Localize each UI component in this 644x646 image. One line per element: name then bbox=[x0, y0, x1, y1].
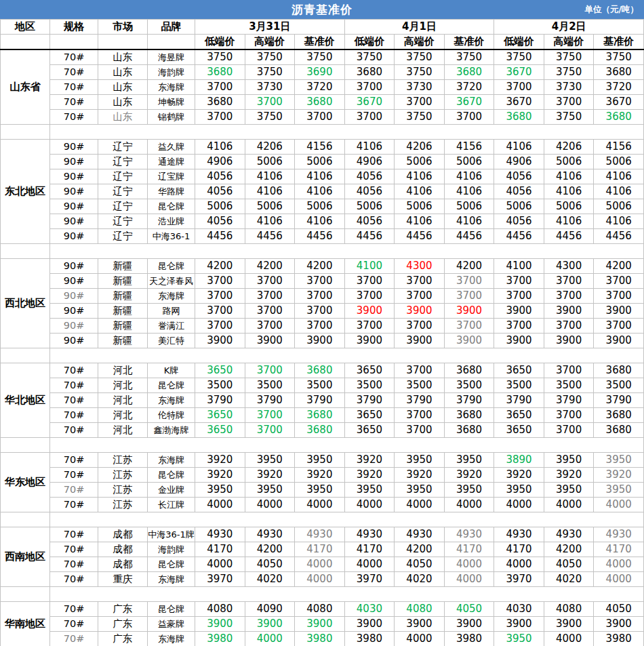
region-label: 华南地区 bbox=[1, 602, 50, 646]
price-cell: 3500 bbox=[444, 378, 494, 393]
separator-cell bbox=[1, 512, 50, 527]
price-cell: 4156 bbox=[295, 140, 345, 155]
table-row: 70#重庆东海牌39704020400039704020400039704020… bbox=[1, 572, 644, 587]
price-cell: 4056 bbox=[344, 214, 395, 229]
price-cell: 4300 bbox=[544, 259, 594, 274]
spec-cell: 70# bbox=[50, 49, 98, 65]
price-cell: 3700 bbox=[395, 423, 445, 438]
table-row: 70#河北昆仑牌35003500350035003500350035003500… bbox=[1, 378, 644, 393]
table-row: 70#江苏昆仑牌39203920392039203920392039203920… bbox=[1, 468, 644, 483]
price-cell: 3750 bbox=[395, 65, 445, 80]
price-cell: 3750 bbox=[344, 49, 395, 65]
price-cell: 4050 bbox=[395, 557, 445, 572]
price-cell: 5006 bbox=[195, 199, 245, 214]
price-cell: 3700 bbox=[395, 408, 445, 423]
price-cell: 4170 bbox=[594, 542, 644, 557]
price-cell: 3700 bbox=[594, 274, 644, 289]
price-cell: 3650 bbox=[344, 408, 395, 423]
header-row-main: 地区 规格 市场 品牌 3月31日 4月1日 4月2日 bbox=[1, 20, 644, 35]
price-cell: 3950 bbox=[295, 453, 345, 468]
price-cell: 4456 bbox=[444, 229, 494, 244]
price-cell: 3700 bbox=[544, 319, 594, 334]
header-row-sub: 低端价 高端价 基准价 低端价 高端价 基准价 低端价 高端价 基准价 bbox=[1, 35, 644, 50]
price-cell: 3700 bbox=[195, 319, 245, 334]
price-cell: 3950 bbox=[395, 453, 445, 468]
brand-cell: 昆仑牌 bbox=[148, 602, 195, 617]
price-cell: 3650 bbox=[195, 423, 245, 438]
price-cell: 5006 bbox=[295, 199, 345, 214]
price-cell: 4106 bbox=[444, 184, 494, 199]
price-cell: 3900 bbox=[344, 334, 395, 348]
spec-cell: 90# bbox=[50, 169, 98, 184]
price-cell: 4456 bbox=[494, 229, 544, 244]
price-cell: 3700 bbox=[245, 289, 295, 304]
price-cell: 3700 bbox=[544, 274, 594, 289]
price-cell: 4106 bbox=[444, 214, 494, 229]
separator-cell bbox=[1, 438, 50, 453]
spec-cell: 90# bbox=[50, 304, 98, 319]
price-cell: 4030 bbox=[344, 602, 395, 617]
price-cell: 4106 bbox=[245, 184, 295, 199]
separator-cell bbox=[50, 438, 644, 453]
price-cell: 3900 bbox=[295, 334, 345, 348]
group-separator bbox=[1, 438, 644, 453]
region-label: 东北地区 bbox=[1, 140, 50, 244]
price-cell: 3700 bbox=[195, 80, 245, 95]
price-cell: 3950 bbox=[195, 483, 245, 498]
spec-cell: 90# bbox=[50, 214, 98, 229]
price-cell: 3790 bbox=[395, 393, 445, 408]
brand-cell: 长江牌 bbox=[148, 498, 195, 512]
price-cell: 3680 bbox=[195, 95, 245, 110]
market-cell: 辽宁 bbox=[98, 169, 148, 184]
market-cell: 新疆 bbox=[98, 319, 148, 334]
price-cell: 4930 bbox=[594, 527, 644, 542]
market-cell: 山东 bbox=[98, 80, 148, 95]
price-cell: 3680 bbox=[444, 363, 494, 378]
price-type-header: 低端价 bbox=[344, 35, 395, 50]
brand-cell: 东海牌 bbox=[148, 393, 195, 408]
table-row: 东北地区90#辽宁益久牌4106420641564106420641564106… bbox=[1, 140, 644, 155]
price-cell: 3890 bbox=[494, 453, 544, 468]
price-cell: 4000 bbox=[444, 557, 494, 572]
price-cell: 3700 bbox=[395, 319, 445, 334]
price-cell: 3700 bbox=[594, 319, 644, 334]
price-cell: 5006 bbox=[444, 199, 494, 214]
price-cell: 3750 bbox=[594, 49, 644, 65]
price-cell: 4906 bbox=[494, 155, 544, 169]
brand-cell: 华路牌 bbox=[148, 184, 195, 199]
price-cell: 4030 bbox=[494, 602, 544, 617]
price-cell: 3700 bbox=[295, 289, 345, 304]
price-cell: 3700 bbox=[295, 110, 345, 125]
price-cell: 3950 bbox=[494, 483, 544, 498]
market-cell: 江苏 bbox=[98, 468, 148, 483]
separator-cell bbox=[50, 348, 644, 363]
price-cell: 3920 bbox=[444, 468, 494, 483]
price-cell: 4170 bbox=[494, 542, 544, 557]
brand-cell: 中海36-1牌 bbox=[148, 527, 195, 542]
price-cell: 4156 bbox=[594, 140, 644, 155]
price-cell: 4200 bbox=[395, 542, 445, 557]
price-cell: 3790 bbox=[594, 393, 644, 408]
price-cell: 4206 bbox=[395, 140, 445, 155]
spec-cell: 90# bbox=[50, 184, 98, 199]
price-cell: 3900 bbox=[544, 304, 594, 319]
price-cell: 3700 bbox=[344, 274, 395, 289]
price-cell: 4170 bbox=[195, 542, 245, 557]
price-cell: 4456 bbox=[344, 229, 395, 244]
brand-cell: 昆仑牌 bbox=[148, 557, 195, 572]
price-cell: 3700 bbox=[544, 423, 594, 438]
spec-cell: 90# bbox=[50, 155, 98, 169]
price-cell: 3750 bbox=[494, 49, 544, 65]
price-cell: 4000 bbox=[594, 498, 644, 512]
price-cell: 3900 bbox=[395, 304, 445, 319]
separator-cell bbox=[1, 244, 50, 259]
market-cell: 辽宁 bbox=[98, 140, 148, 155]
separator-cell bbox=[1, 348, 50, 363]
brand-cell: 鑫渤海牌 bbox=[148, 423, 195, 438]
price-cell: 3680 bbox=[295, 423, 345, 438]
table-row: 70#广东东海牌39804000398039804000398039504000… bbox=[1, 632, 644, 646]
price-cell: 4156 bbox=[444, 140, 494, 155]
price-cell: 4106 bbox=[544, 169, 594, 184]
price-cell: 4000 bbox=[195, 498, 245, 512]
price-cell: 3680 bbox=[295, 95, 345, 110]
